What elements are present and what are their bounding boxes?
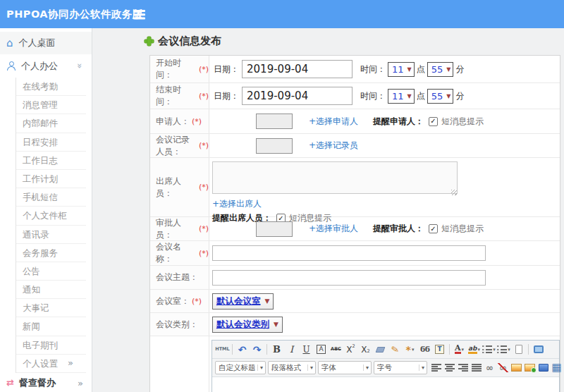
sidebar-subitem-11[interactable]: 通知 <box>16 281 86 299</box>
font-border-icon[interactable]: A <box>314 343 329 357</box>
form-row-meeting-subject: 会议主题： <box>150 266 560 290</box>
subscript-icon[interactable]: X <box>358 343 373 357</box>
font-color-icon[interactable]: A▾ <box>452 343 467 357</box>
redo-icon[interactable]: ↷ <box>250 343 264 357</box>
form-row-approver: 审批人员：(*) +选择审批人 提醒审批人： ✓ 短消息提示 <box>150 217 560 241</box>
sidebar-subitem-10[interactable]: 公告 <box>16 262 86 281</box>
align-right-icon[interactable] <box>456 361 470 375</box>
choose-recorder-link[interactable]: +选择记录员 <box>309 140 358 152</box>
sidebar-subitem-2[interactable]: 内部邮件 <box>16 114 86 133</box>
sidebar-subitem-9[interactable]: 会务服务 <box>16 244 86 262</box>
editor-content-area[interactable] <box>212 377 559 392</box>
new-page-icon[interactable] <box>511 343 526 357</box>
sidebar-submenu: 在线考勤消息管理内部邮件日程安排工作日志工作计划手机短信个人文件柜通讯录会务服务… <box>16 78 92 373</box>
sidebar-subitem-1[interactable]: 消息管理 <box>16 96 86 114</box>
unlink-icon[interactable] <box>496 361 510 375</box>
auto-typeset-icon[interactable]: *▾ <box>403 343 417 357</box>
sms-checkbox[interactable]: ✓ <box>429 224 438 233</box>
sidebar-subitem-0[interactable]: 在线考勤 <box>16 78 86 96</box>
align-left-icon[interactable] <box>429 361 443 375</box>
ordered-list-icon[interactable]: ▾ <box>482 343 496 357</box>
attendees-textarea[interactable] <box>212 161 458 194</box>
field-label: 会议类别： <box>150 313 209 336</box>
sms-checkbox[interactable]: ✓ <box>429 117 438 126</box>
app-window: PHPOA协同办公软件政务版 ⌂ 个人桌面 个人办公 » 在线考勤消息管理内部邮… <box>0 0 564 392</box>
form-row-meeting-room: 会议室：(*) 默认会议室▼ <box>150 290 560 313</box>
align-center-icon[interactable] <box>443 361 456 375</box>
strikethrough-icon[interactable]: ABC <box>329 343 343 357</box>
insert-image-icon[interactable] <box>523 361 537 375</box>
approver-input[interactable] <box>256 221 293 237</box>
link-icon[interactable]: ∞ <box>483 361 496 375</box>
end-hour-select[interactable]: 11▼ <box>388 89 415 104</box>
select-arrow-icon: ▼ <box>265 298 270 305</box>
meeting-subject-input[interactable] <box>212 270 486 286</box>
sidebar: ⌂ 个人桌面 个人办公 » 在线考勤消息管理内部邮件日程安排工作日志工作计划手机… <box>0 28 92 392</box>
field-label <box>150 336 209 392</box>
field-label: 结束时间：(*) <box>150 83 209 109</box>
sidebar-item-desktop[interactable]: ⌂ 个人桌面 <box>0 32 92 54</box>
recorder-input[interactable] <box>256 138 293 154</box>
select-arrow-icon: ▼ <box>446 66 450 73</box>
sidebar-subitem-4[interactable]: 工作日志 <box>16 152 86 170</box>
size-select[interactable]: 字号▾ <box>374 361 427 374</box>
sidebar-subitem-8[interactable]: 通讯录 <box>16 226 86 244</box>
start-hour-select[interactable]: 11▼ <box>388 62 415 77</box>
topbar: PHPOA协同办公软件政务版 <box>0 0 564 28</box>
field-label: 会议主题： <box>150 266 209 289</box>
sidebar-subitem-12[interactable]: 大事记 <box>16 299 86 317</box>
meeting-name-input[interactable] <box>212 245 486 261</box>
minute-unit-label: 分 <box>455 63 464 75</box>
remove-format-icon[interactable] <box>373 343 388 357</box>
hour-unit-label: 点 <box>417 63 425 75</box>
sidebar-subitem-7[interactable]: 个人文件柜 <box>16 207 86 225</box>
heading-select[interactable]: 自定义标题▾ <box>215 361 266 374</box>
sidebar-subitem-6[interactable]: 手机短信 <box>16 188 86 207</box>
paste-text-icon[interactable]: T <box>432 343 447 357</box>
format-brush-icon[interactable]: ✎ <box>388 343 403 357</box>
highlight-icon[interactable]: ab▾ <box>467 343 482 357</box>
font-select[interactable]: 字体▾ <box>318 361 372 374</box>
form-row-meeting-category: 会议类别： 默认会议类别▼ <box>150 313 560 336</box>
start-date-input[interactable] <box>242 60 352 78</box>
menu-icon[interactable] <box>133 10 146 20</box>
meeting-category-select[interactable]: 默认会议类别▼ <box>212 317 283 333</box>
align-justify-icon[interactable] <box>470 361 483 375</box>
start-minute-select[interactable]: 55▼ <box>427 62 454 77</box>
bold-icon[interactable]: B <box>269 343 284 357</box>
undo-icon[interactable]: ↶ <box>235 343 250 357</box>
caret-down-icon: ▾ <box>412 347 415 353</box>
italic-icon[interactable]: I <box>284 343 299 357</box>
blockquote-icon[interactable]: 66 <box>417 343 432 357</box>
sidebar-item-label: 个人办公 <box>21 60 58 73</box>
sidebar-subitem-5[interactable]: 工作计划 <box>16 170 86 188</box>
unordered-list-icon[interactable]: ▾ <box>496 343 511 357</box>
superscript-icon[interactable]: X <box>343 343 358 357</box>
toolbar-separator <box>449 344 450 355</box>
field-label: 开始时间：(*) <box>150 56 209 82</box>
sidebar-subitem-3[interactable]: 日程安排 <box>16 133 86 152</box>
meeting-room-select[interactable]: 默认会议室▼ <box>212 293 274 310</box>
sidebar-subitem-settings[interactable]: 个人设置» <box>16 355 86 373</box>
choose-applicant-link[interactable]: +选择申请人 <box>309 116 358 128</box>
applicant-input[interactable] <box>256 114 293 129</box>
choose-attendees-link[interactable]: +选择出席人 <box>212 198 262 210</box>
paragraph-select[interactable]: 段落格式▾ <box>268 361 316 374</box>
choose-approver-link[interactable]: +选择审批人 <box>309 223 358 235</box>
toolbar-separator <box>232 344 233 355</box>
minute-unit-label: 分 <box>455 90 464 102</box>
end-date-input[interactable] <box>242 87 352 105</box>
sidebar-item-office[interactable]: 个人办公 » <box>0 54 92 78</box>
image-icon[interactable] <box>510 361 523 375</box>
sidebar-item-supervise[interactable]: ⇄ 督查督办 » <box>0 373 92 392</box>
end-minute-select[interactable]: 55▼ <box>427 89 454 104</box>
sidebar-subitem-13[interactable]: 新闻 <box>16 317 86 336</box>
html-source-button[interactable]: HTML <box>215 343 230 357</box>
rich-text-editor: HTML↶↷BIUAABCXX✎*▾66TA▾ab▾▾▾ 自定义标题▾段落格式▾… <box>212 340 560 392</box>
remind-applicant-label: 提醒申请人： <box>373 116 424 128</box>
table-icon[interactable]: ▦ <box>550 361 563 375</box>
fullscreen-icon[interactable] <box>531 343 546 357</box>
underline-icon[interactable]: U <box>299 343 314 357</box>
sidebar-subitem-14[interactable]: 电子期刊 <box>16 336 86 355</box>
media-icon[interactable] <box>537 361 550 375</box>
